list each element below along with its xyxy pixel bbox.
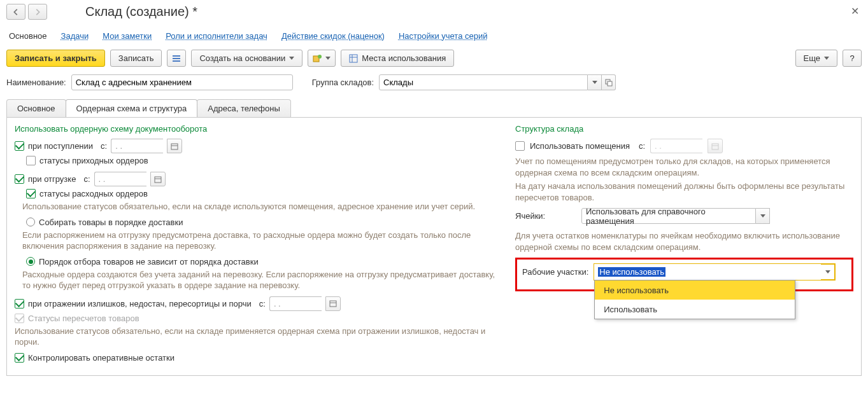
chk-control[interactable] (15, 353, 24, 363)
page-title: Склад (создание) * (85, 4, 197, 19)
cells-dropdown-button[interactable] (756, 208, 770, 224)
hint-recount: Использование статусов обязательно, если… (15, 326, 504, 348)
more-button[interactable]: Еще (795, 50, 837, 67)
save-button[interactable]: Записать (110, 50, 162, 67)
close-icon[interactable]: ✕ (851, 5, 859, 17)
name-input[interactable] (71, 74, 293, 90)
cells-select[interactable]: Использовать для справочного размещения (581, 208, 756, 224)
left-section-title: Использовать ордерную схему документообо… (15, 124, 504, 134)
nav-series[interactable]: Настройки учета серий (399, 31, 488, 41)
dd-option-not-use[interactable]: Не использовать (595, 281, 795, 300)
lbl-on-adjust: при отражении излишков, недостач, пересо… (28, 299, 252, 308)
nav-notes[interactable]: Мои заметки (103, 31, 152, 41)
radio-collect-order[interactable] (26, 218, 35, 226)
lbl-use-rooms: Использовать помещения (530, 141, 630, 151)
chk-status-recount (15, 314, 24, 323)
svg-rect-12 (155, 177, 161, 183)
create-based-label: Создать на основании (199, 53, 285, 63)
work-areas-value: Не использовать (598, 267, 665, 277)
svg-point-4 (318, 55, 322, 59)
lbl-radio2: Порядок отбора товаров не зависит от пор… (39, 257, 259, 267)
table-icon (349, 54, 358, 63)
caret-icon (325, 57, 331, 60)
svg-rect-1 (173, 58, 180, 59)
radio-independent[interactable] (26, 257, 35, 266)
calendar-icon[interactable] (150, 172, 166, 186)
svg-rect-2 (173, 60, 180, 62)
lbl-since-r: с: (639, 141, 645, 151)
group-dropdown-button[interactable] (588, 74, 602, 90)
nav-discounts[interactable]: Действие скидок (наценок) (281, 31, 385, 41)
dd-option-use[interactable]: Использовать (595, 300, 795, 319)
chk-on-adjust[interactable] (15, 299, 24, 308)
lbl-status-recount: Статусы пересчетов товаров (28, 314, 139, 323)
chk-on-receipt[interactable] (15, 141, 24, 151)
svg-rect-0 (173, 55, 180, 57)
calendar-icon (708, 139, 723, 153)
chk-on-ship[interactable] (15, 174, 24, 184)
save-close-button[interactable]: Записать и закрыть (6, 50, 105, 67)
lbl-on-ship: при отгрузке (28, 174, 76, 184)
hint-status-out: Использование статусов обязательно, если… (22, 201, 504, 212)
tab-main[interactable]: Основное (6, 99, 66, 117)
group-open-button[interactable] (602, 74, 616, 90)
work-areas-select[interactable]: Не использовать (594, 264, 821, 280)
date-receipt[interactable]: . . (111, 139, 163, 153)
work-areas-dropdown-button[interactable] (821, 264, 835, 280)
lbl-status-out: статусы расходных ордеров (39, 189, 148, 198)
nav-tasks[interactable]: Задачи (61, 31, 89, 41)
usage-label: Места использования (362, 53, 446, 63)
work-areas-dropdown: Не использовать Использовать (594, 280, 795, 319)
hint-radio2: Расходные ордера создаются без учета зад… (22, 269, 504, 291)
nav-current[interactable]: Основное (9, 31, 47, 41)
lbl-status-in: статусы приходных ордеров (39, 156, 148, 165)
date-adjust[interactable]: . . (269, 296, 322, 311)
svg-rect-5 (350, 55, 357, 62)
hint-rooms-1: Учет по помещениям предусмотрен только д… (515, 156, 853, 178)
caret-icon (824, 57, 829, 60)
name-label: Наименование: (6, 78, 66, 87)
group-input[interactable] (379, 74, 588, 90)
usage-button[interactable]: Места использования (341, 50, 454, 67)
lbl-control: Контролировать оперативные остатки (28, 353, 174, 363)
chk-status-out[interactable] (26, 189, 36, 198)
tab-order-scheme[interactable]: Ордерная схема и структура (66, 99, 198, 117)
tab-addresses[interactable]: Адреса, телефоны (197, 99, 291, 117)
chk-status-in[interactable] (26, 156, 36, 165)
forward-button[interactable] (28, 4, 47, 20)
list-icon-button[interactable] (167, 50, 186, 67)
lbl-since-3: с: (259, 299, 266, 308)
back-button[interactable] (6, 4, 25, 20)
svg-rect-10 (171, 144, 178, 149)
hint-rooms-2: На дату начала использования помещений д… (515, 181, 853, 203)
lbl-since-2: с: (83, 174, 90, 184)
lbl-on-receipt: при поступлении (28, 141, 93, 151)
hint-cells: Для учета остатков номенклатуры по ячейк… (515, 230, 853, 253)
highlight-box: Рабочие участки: Не использовать Не испо… (515, 258, 853, 291)
svg-rect-9 (608, 81, 612, 86)
calendar-icon[interactable] (325, 296, 341, 311)
chk-use-rooms[interactable] (515, 141, 525, 151)
right-section-title: Структура склада (515, 124, 853, 134)
svg-rect-14 (330, 301, 336, 307)
lbl-radio1: Собирать товары в порядке доставки (39, 218, 183, 227)
group-label: Группа складов: (312, 78, 374, 87)
attach-button[interactable] (308, 50, 336, 67)
nav-roles[interactable]: Роли и исполнители задач (166, 31, 267, 41)
lbl-since-1: с: (101, 141, 107, 151)
more-label: Еще (804, 53, 820, 63)
calendar-icon[interactable] (167, 139, 182, 153)
svg-rect-16 (712, 144, 718, 149)
date-rooms: . . (650, 139, 702, 153)
help-button[interactable]: ? (843, 50, 862, 67)
caret-icon (289, 57, 294, 60)
date-ship[interactable]: . . (94, 172, 146, 186)
create-based-button[interactable]: Создать на основании (191, 50, 302, 67)
work-areas-label: Рабочие участки: (522, 267, 588, 277)
hint-radio1: Если распоряжением на отгрузку предусмот… (22, 230, 504, 252)
cells-label: Ячейки: (515, 211, 576, 221)
